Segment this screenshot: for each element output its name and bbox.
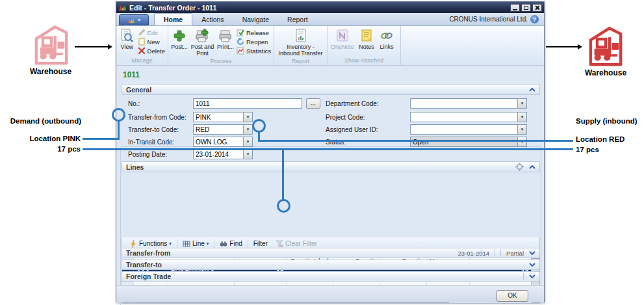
inventory-inbound-transfer-button[interactable]: Inventory - Inbound Transfer [276,27,326,58]
qty-left-label: 17 pcs [0,145,81,153]
foreign-trade-fasttab[interactable]: Foreign Trade [122,271,540,282]
department-code-input[interactable] [411,99,517,108]
flow-arrow-right-head [578,44,582,49]
onenote-button[interactable]: OneNote [329,27,356,52]
field-label-in-transit: In-Transit Code: [128,139,174,146]
dropdown-arrow-icon[interactable]: ▾ [517,125,526,134]
no-lookup-button[interactable]: ... [306,98,320,109]
dropdown-arrow-icon[interactable]: ▾ [517,99,526,108]
field-label-transfer-from: Transfer-from Code: [128,114,187,121]
statistics-button[interactable]: Statistics [235,47,272,55]
reopen-button[interactable]: Reopen [235,38,272,46]
maximize-icon [524,6,528,10]
post-plus-icon [172,29,187,43]
chevron-down-icon: ▾ [207,242,209,246]
tab-report[interactable]: Report [278,14,317,25]
warehouse-label-left: Warehouse [18,67,83,76]
transfer-from-code-input[interactable] [194,113,243,122]
chevron-up-icon[interactable] [529,88,535,92]
transfer-to-code-field[interactable]: ▾ [193,124,253,135]
assigned-user-id-input[interactable] [411,125,517,134]
transfer-to-title: Transfer-to [126,261,162,269]
no-field[interactable] [193,98,302,109]
group-label-show-attached: Show Attached [329,57,399,65]
company-name: CRONUS International Ltd. [449,16,528,23]
post-and-print-button[interactable]: Post and Print [189,27,216,58]
lines-fasttab-header[interactable]: Lines [122,161,540,172]
transfer-from-fasttab[interactable]: Transfer-from 23-01-2014 Partial [122,248,540,258]
transfer-to-fasttab[interactable]: Transfer-to [122,259,540,270]
tab-actions[interactable]: Actions [192,14,233,25]
in-transit-code-field[interactable]: ▾ [193,137,253,147]
field-label-department: Department Code: [326,100,379,107]
notes-icon [359,29,374,43]
posting-date-input[interactable] [194,150,243,159]
chevron-up-icon[interactable] [529,165,535,169]
reopen-refresh-icon [237,38,244,46]
supply-inbound-label: Supply (inbound) [576,117,638,125]
help-icon[interactable]: ? [530,15,539,23]
dropdown-arrow-icon[interactable]: ▾ [243,125,252,134]
status-field: ▾ [410,137,527,147]
dropdown-arrow-icon[interactable]: ▾ [243,137,252,146]
title-bar[interactable]: Edit - Transfer Order - 1011 [116,2,544,13]
application-menu-button[interactable]: ▾ [119,14,149,25]
in-transit-code-input[interactable] [194,137,243,146]
assigned-user-id-field[interactable]: ▾ [410,124,527,135]
field-label-project: Project Code: [326,114,365,121]
delete-x-icon [138,47,146,55]
dropdown-arrow-icon: ▾ [517,137,526,146]
transfer-order-window: Edit - Transfer Order - 1011 ▾ Home Acti… [116,1,545,302]
transfer-to-code-input[interactable] [194,125,243,134]
dropdown-arrow-icon[interactable]: ▾ [243,150,252,159]
department-code-field[interactable]: ▾ [410,98,527,109]
chevron-down-icon[interactable] [529,263,535,267]
window-title: Edit - Transfer Order - 1011 [129,4,509,12]
no-input[interactable] [194,99,302,108]
qty-right-label: 17 pcs [576,146,599,153]
location-red-label: Location RED [576,135,625,143]
bottom-button-bar: OK [116,285,544,302]
gear-icon[interactable] [515,163,524,171]
filter-button[interactable]: Filter [250,239,271,248]
view-button[interactable]: View [118,27,136,52]
flow-arrow-left [75,46,109,47]
new-button[interactable]: New [136,38,166,46]
binoculars-icon [220,240,227,248]
general-fasttab-header[interactable]: General [122,84,540,95]
ribbon-group-show-attached: OneNote Notes [328,26,401,65]
minimize-button[interactable] [510,4,520,12]
warehouse-label-right: Warehouse [573,68,638,77]
posting-date-field[interactable]: ▾ [193,149,253,159]
links-button[interactable]: Links [377,27,396,52]
release-button[interactable]: Release [235,29,272,36]
transfer-from-code-field[interactable]: ▾ [193,112,253,122]
dropdown-arrow-icon[interactable]: ▾ [517,113,526,122]
project-code-input[interactable] [411,113,517,122]
chevron-down-icon: ▾ [138,18,140,23]
post-and-print-icon [195,29,209,43]
callout-line-location-pink [83,138,119,140]
screenshot-stage: Warehouse Demand (outbound) Location PIN… [0,0,644,305]
edit-button[interactable]: Edit [136,29,166,36]
notes-button[interactable]: Notes [356,27,377,52]
close-button[interactable] [532,4,542,12]
delete-button[interactable]: Delete [136,47,166,55]
print-button[interactable]: Print... [216,27,235,52]
ok-button[interactable]: OK [496,290,528,302]
callout-line-vertical-left [118,121,120,140]
nav-logo-icon [127,17,135,23]
toolbar-separator [177,239,177,248]
tab-home[interactable]: Home [154,13,192,25]
tab-navigate[interactable]: Navigate [233,14,278,25]
chevron-down-icon[interactable] [529,251,535,255]
ribbon-tab-row: ▾ Home Actions Navigate Report CRONUS In… [116,13,544,26]
maximize-button[interactable] [521,4,531,12]
chevron-down-icon[interactable] [529,274,535,278]
statistics-chart-icon [237,47,244,55]
warehouse-icon [32,23,70,66]
dropdown-arrow-icon[interactable]: ▾ [243,113,252,122]
callout-line-17pcs [83,148,573,150]
project-code-field[interactable]: ▾ [410,112,527,122]
post-button[interactable]: Post... [170,27,189,52]
